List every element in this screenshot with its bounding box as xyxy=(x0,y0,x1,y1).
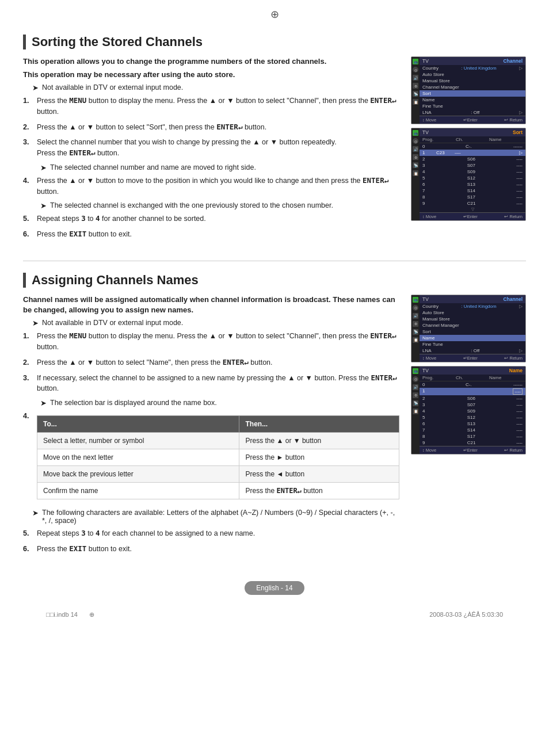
tv-icon-17: 📡 xyxy=(413,329,418,335)
tv-channel-row-0: Country : United Kingdom ▷ xyxy=(420,65,525,71)
tv-icon-4: ⚙ xyxy=(413,83,418,89)
name-row-6: 6S13---- xyxy=(420,421,525,427)
sort-row-8: 8S17---- xyxy=(420,194,525,200)
footer-date: 2008-03-03 ¿ÀÊÅ 5:03:30 xyxy=(429,611,503,618)
tv-footer-1: ↕ Move ↵Enter ↩ Return xyxy=(420,116,525,124)
tv-channel-row-5: Name xyxy=(420,97,525,103)
sort-row-7: 7S14---- xyxy=(420,188,525,194)
tv-icon-23: 📡 xyxy=(413,400,418,406)
arrow-icon-4: ➤ xyxy=(32,319,39,327)
tv-icon-18: 📋 xyxy=(413,337,418,343)
assign-table: To... Then... Select a letter, number or… xyxy=(37,415,399,499)
arrow-icon-6: ➤ xyxy=(32,509,39,517)
tv-footer-4: ↕ Move ↵Enter ↩ Return xyxy=(420,446,525,454)
name-row-4: 4S09---- xyxy=(420,408,525,414)
section2-layout: Channel names will be assigned automatic… xyxy=(23,295,526,559)
section1-step1: 1. Press the MENU button to display the … xyxy=(23,96,399,117)
tv-channel-row-3: Channel Manager xyxy=(420,84,525,90)
tv-ch2-row-4: Sort xyxy=(420,329,525,335)
section1-intro2: This operation may be necessary after us… xyxy=(23,70,399,79)
section1-step5: 5. Repeat steps 3 to 4 for another chann… xyxy=(23,213,399,224)
section2-sub-note1: ➤ The selection bar is displayed around … xyxy=(40,399,399,407)
section-sorting: Sorting the Stored Channels This operati… xyxy=(23,35,526,245)
tv-icon-14: ◎ xyxy=(413,305,418,311)
sort-row-2: 2S06---- xyxy=(420,156,525,162)
name-row-8: 8S17---- xyxy=(420,433,525,440)
name-ui: 📺 ◎ 🔊 ⚙ 📡 📋 TV Name xyxy=(411,366,526,455)
section2-step1: 1. Press the MENU button to display the … xyxy=(23,331,399,353)
channel-menu-ui: 📺 ◎ 🔊 ⚙ 📡 📋 TV Channel xyxy=(411,56,526,124)
section1-step3: 3. Select the channel number that you wi… xyxy=(23,137,399,159)
section2-step4: 4. To... Then... Select a xyxy=(23,411,399,504)
section2-step6: 6. Press the EXIT button to exit. xyxy=(23,544,399,555)
tv-name-cols: Prog. Ch. Name xyxy=(420,375,525,381)
tv-icon-9: 🔊 xyxy=(413,146,418,152)
sort-down-arrow: ▽ xyxy=(420,207,525,212)
arrow-icon: ➤ xyxy=(32,83,39,92)
section2-title: Assigning Channels Names xyxy=(23,273,526,288)
tv-wrap-4: 📺 ◎ 🔊 ⚙ 📡 📋 TV Name xyxy=(411,366,525,454)
tv-ch2-row-7: LNA: Off▷ xyxy=(420,348,525,354)
tv-sort-header: TV Sort xyxy=(420,128,525,136)
tv-icon-12: 📋 xyxy=(413,170,418,176)
section-assigning: Assigning Channels Names Channel names w… xyxy=(23,273,526,559)
tv-icon-2: ◎ xyxy=(413,67,418,72)
tv-channel-row-7: LNA: Off▷ xyxy=(420,109,525,116)
section2-step5: 5. Repeat steps 3 to 4 for each channel … xyxy=(23,528,399,539)
tv-icon-7: 📺 xyxy=(413,130,418,136)
section2-step2: 2. Press the ▲ or ▼ button to select "Na… xyxy=(23,357,399,368)
tv-channel-row-1: Auto Store xyxy=(420,71,525,78)
tv-icon-5: 📡 xyxy=(413,91,418,97)
section2-note2: ➤ The following characters are available… xyxy=(32,509,399,525)
sort-row-1: 1C23----▷ xyxy=(420,150,525,156)
tv-wrap-3: 📺 ◎ 🔊 ⚙ 📡 📋 TV Channel xyxy=(411,295,525,362)
tv-icon-22: ⚙ xyxy=(413,392,418,398)
arrow-icon-3: ➤ xyxy=(40,201,47,210)
section1-layout: This operation allows you to change the … xyxy=(23,56,526,245)
sort-row-9: 9C21---- xyxy=(420,200,525,207)
tv-icon-13: 📺 xyxy=(413,297,418,303)
tv-ch2-row-6: Fine Tune xyxy=(420,341,525,348)
page-footer: □□i.indb 14 ⊕ 2008-03-03 ¿ÀÊÅ 5:03:30 xyxy=(23,606,526,623)
compass-icon: ⊕ xyxy=(270,8,279,21)
table-row: Select a letter, number or symbol Press … xyxy=(37,433,399,449)
page: ⊕ Sorting the Stored Channels This opera… xyxy=(0,0,549,640)
tv-header-1: TV Channel xyxy=(420,57,525,65)
name-row-0: 0C-.------ xyxy=(420,381,525,388)
name-row-9: 9C21---- xyxy=(420,440,525,446)
tv-icon-19: 📺 xyxy=(413,368,418,374)
tv-name-header: TV Name xyxy=(420,366,525,375)
tv-icon-3: 🔊 xyxy=(413,75,418,81)
tv-icon-24: 📋 xyxy=(413,408,418,414)
tv-ch2-row-0: Country : United Kingdom ▷ xyxy=(420,303,525,310)
tv-footer-3: ↕ Move ↵Enter ↩ Return xyxy=(420,354,525,362)
tv-wrap-1: 📺 ◎ 🔊 ⚙ 📡 📋 TV Channel xyxy=(411,57,525,124)
sort-row-0: 0C-.------ xyxy=(420,143,525,150)
name-row-1: 1---- xyxy=(420,388,525,395)
section2-note1: ➤ Not available in DTV or external input… xyxy=(32,319,399,327)
tv-icon-21: 🔊 xyxy=(413,384,418,390)
section2-ui: 📺 ◎ 🔊 ⚙ 📡 📋 TV Channel xyxy=(411,295,526,458)
section1-ui: 📺 ◎ 🔊 ⚙ 📡 📋 TV Channel xyxy=(411,56,526,224)
bottom-center: English - 14 xyxy=(23,575,526,601)
tv-ch2-row-1: Auto Store xyxy=(420,310,525,316)
section2-text: Channel names will be assigned automatic… xyxy=(23,295,399,559)
sort-row-6: 6S13---- xyxy=(420,181,525,188)
table-col2: Then... xyxy=(239,416,399,433)
section1-step4: 4. Press the ▲ or ▼ button to move to th… xyxy=(23,175,399,197)
section1-step2: 2. Press the ▲ or ▼ button to select "So… xyxy=(23,122,399,133)
section2-intro: Channel names will be assigned automatic… xyxy=(23,295,399,315)
tv-icon-11: 📡 xyxy=(413,162,418,168)
section1-intro: This operation allows you to change the … xyxy=(23,56,399,67)
section-divider xyxy=(23,261,526,261)
tv-channel-row-2: Manual Store xyxy=(420,78,525,84)
section2-step3: 3. If necessary, select the channel to b… xyxy=(23,373,399,395)
tv-icon-16: ⚙ xyxy=(413,321,418,327)
tv-ch2-row-2: Manual Store xyxy=(420,316,525,322)
tv-icon-8: ◎ xyxy=(413,138,418,144)
section1-step6: 6. Press the EXIT button to exit. xyxy=(23,229,399,240)
tv-channel-row-6: Fine Tune xyxy=(420,103,525,109)
table-row: Confirm the name Press the ENTER↵ button xyxy=(37,483,399,499)
table-row: Move on the next letter Press the ► butt… xyxy=(37,449,399,466)
name-row-5: 5S12---- xyxy=(420,414,525,421)
